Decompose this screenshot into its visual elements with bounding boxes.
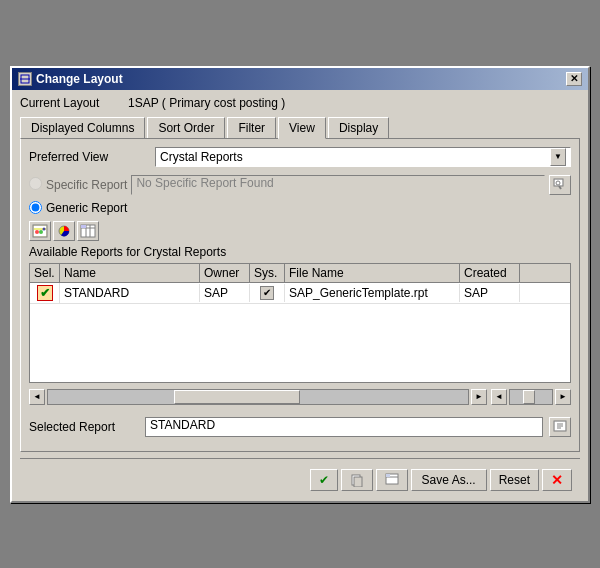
table-header: Sel. Name Owner Sys. File Name Created <box>30 264 570 283</box>
svg-point-12 <box>43 227 46 230</box>
current-layout-label: Current Layout <box>20 96 120 110</box>
report-toolbar <box>29 221 571 241</box>
horizontal-scrollbar-right[interactable]: ◄ ► <box>491 389 571 405</box>
close-x-icon: ✕ <box>551 472 563 488</box>
col-header-owner: Owner <box>200 264 250 282</box>
save-as-button[interactable]: Save As... <box>411 469 487 491</box>
copy-icon <box>350 473 364 487</box>
current-layout-row: Current Layout 1SAP ( Primary cost posti… <box>20 96 580 110</box>
bottom-toolbar: ✔ Save As... Reset <box>20 465 580 495</box>
current-layout-value: 1SAP ( Primary cost posting ) <box>128 96 285 110</box>
report-table-button[interactable] <box>77 221 99 241</box>
svg-point-11 <box>39 230 43 234</box>
row-file: SAP_GenericTemplate.rpt <box>285 284 460 302</box>
copy-button[interactable] <box>341 469 373 491</box>
table-row[interactable]: ✔ STANDARD SAP ✔ SAP_GenericTemplate.rpt… <box>30 283 570 304</box>
reset-button[interactable]: Reset <box>490 469 539 491</box>
window-body: Current Layout 1SAP ( Primary cost posti… <box>12 90 588 501</box>
preferred-view-label: Preferred View <box>29 150 149 164</box>
tab-bar: Displayed Columns Sort Order Filter View… <box>20 116 580 138</box>
row-created: SAP <box>460 284 520 302</box>
specific-report-radio-input[interactable] <box>29 177 42 190</box>
col-header-name: Name <box>60 264 200 282</box>
tab-displayed-columns[interactable]: Displayed Columns <box>20 117 145 139</box>
specific-report-label: Specific Report <box>46 178 127 192</box>
specific-report-input: No Specific Report Found <box>131 175 545 195</box>
generic-report-row: Generic Report <box>29 201 571 215</box>
window-title: Change Layout <box>36 72 123 86</box>
generic-report-radio-input[interactable] <box>29 201 42 214</box>
reports-table: Sel. Name Owner Sys. File Name Created ✔… <box>29 263 571 383</box>
info-icon <box>385 473 399 487</box>
col-header-created: Created <box>460 264 520 282</box>
change-layout-dialog: Change Layout ✕ Current Layout 1SAP ( Pr… <box>10 66 590 503</box>
svg-rect-28 <box>386 474 390 477</box>
report-pie-button[interactable] <box>53 221 75 241</box>
info-button[interactable] <box>376 469 408 491</box>
report-book-button[interactable] <box>29 221 51 241</box>
window-icon <box>18 72 32 86</box>
specific-report-search-button[interactable] <box>549 175 571 195</box>
scroll-right-arrow-2[interactable]: ► <box>555 389 571 405</box>
col-header-file: File Name <box>285 264 460 282</box>
svg-rect-25 <box>354 477 362 487</box>
scroll-thumb-right[interactable] <box>523 390 536 404</box>
row-sel: ✔ <box>30 283 60 303</box>
row-owner: SAP <box>200 284 250 302</box>
title-bar: Change Layout ✕ <box>12 68 588 90</box>
selected-report-row: Selected Report STANDARD <box>29 417 571 437</box>
specific-report-row: Specific Report No Specific Report Found <box>29 175 571 195</box>
selected-report-label: Selected Report <box>29 420 139 434</box>
selected-report-value: STANDARD <box>150 418 215 432</box>
tab-filter[interactable]: Filter <box>227 117 276 139</box>
specific-report-radio <box>29 177 42 193</box>
tab-sort-order[interactable]: Sort Order <box>147 117 225 139</box>
generic-report-label: Generic Report <box>46 201 127 215</box>
tab-view-content: Preferred View Crystal Reports ▼ Specifi… <box>20 138 580 452</box>
scroll-left-arrow-2[interactable]: ◄ <box>491 389 507 405</box>
close-button[interactable]: ✕ <box>566 72 582 86</box>
divider <box>20 458 580 459</box>
confirm-icon: ✔ <box>319 473 329 487</box>
row-name: STANDARD <box>60 284 200 302</box>
preferred-view-dropdown[interactable]: Crystal Reports ▼ <box>155 147 571 167</box>
selected-checkmark-icon: ✔ <box>37 285 53 301</box>
scroll-thumb-left[interactable] <box>174 390 300 404</box>
svg-point-10 <box>35 230 39 234</box>
selected-report-input[interactable]: STANDARD <box>145 417 543 437</box>
selected-report-search-button[interactable] <box>549 417 571 437</box>
close-x-button[interactable]: ✕ <box>542 469 572 491</box>
available-reports-label: Available Reports for Crystal Reports <box>29 245 571 259</box>
scroll-track-left[interactable] <box>47 389 469 405</box>
col-header-sys: Sys. <box>250 264 285 282</box>
save-as-label: Save As... <box>422 473 476 487</box>
tab-display[interactable]: Display <box>328 117 389 139</box>
tab-view[interactable]: View <box>278 117 326 139</box>
preferred-view-row: Preferred View Crystal Reports ▼ <box>29 147 571 167</box>
sys-checkbox-icon: ✔ <box>260 286 274 300</box>
scroll-right-arrow[interactable]: ► <box>471 389 487 405</box>
confirm-button[interactable]: ✔ <box>310 469 338 491</box>
scroll-track-right[interactable] <box>509 389 553 405</box>
horizontal-scrollbar-left[interactable]: ◄ ► <box>29 389 487 405</box>
dropdown-arrow-icon[interactable]: ▼ <box>550 148 566 166</box>
svg-rect-18 <box>81 225 86 228</box>
row-sys: ✔ <box>250 284 285 302</box>
specific-report-value: No Specific Report Found <box>136 176 273 190</box>
col-header-sel: Sel. <box>30 264 60 282</box>
scroll-left-arrow[interactable]: ◄ <box>29 389 45 405</box>
reset-label: Reset <box>499 473 530 487</box>
preferred-view-value: Crystal Reports <box>160 150 550 164</box>
